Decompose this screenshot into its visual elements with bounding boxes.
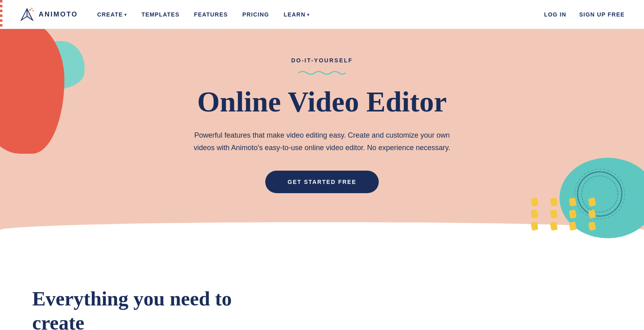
yellow-dot xyxy=(530,198,538,206)
yellow-dot xyxy=(588,198,596,206)
left-border-accent xyxy=(0,0,2,29)
navbar: ANIMOTO CREATE ▾ TEMPLATES FEATURES PRIC… xyxy=(0,0,644,29)
yellow-dot xyxy=(550,210,557,219)
nav-item-templates[interactable]: TEMPLATES xyxy=(141,11,180,18)
logo-icon xyxy=(19,7,35,22)
svg-point-6 xyxy=(31,7,31,8)
hero-content: DO-IT-YOURSELF Online Video Editor Power… xyxy=(149,57,495,193)
chevron-down-icon: ▾ xyxy=(124,12,127,17)
nav-right: LOG IN SIGN UP FREE xyxy=(544,11,625,18)
svg-point-4 xyxy=(31,8,33,9)
yellow-dot xyxy=(569,222,576,231)
chevron-down-icon-learn: ▾ xyxy=(307,12,310,17)
nav-item-pricing[interactable]: PRICING xyxy=(242,11,269,18)
svg-point-3 xyxy=(29,9,31,10)
signup-button[interactable]: SIGN UP FREE xyxy=(579,11,625,18)
nav-item-learn[interactable]: LEARN ▾ xyxy=(284,11,310,18)
lower-section: Everything you need to create stunning v… xyxy=(0,254,644,330)
login-button[interactable]: LOG IN xyxy=(544,11,566,18)
yellow-dot xyxy=(569,210,576,219)
yellow-dot xyxy=(569,198,576,206)
yellow-dot xyxy=(530,222,538,231)
yellow-dot xyxy=(550,198,557,206)
nav-left: CREATE ▾ TEMPLATES FEATURES PRICING LEAR… xyxy=(97,11,544,18)
hero-description: Powerful features that make video editin… xyxy=(185,129,459,154)
squiggle-decoration xyxy=(298,69,346,76)
hero-section: DO-IT-YOURSELF Online Video Editor Power… xyxy=(0,29,644,254)
yellow-dot xyxy=(588,210,596,219)
logo-text: ANIMOTO xyxy=(39,10,78,19)
yellow-dots-decoration xyxy=(531,198,604,230)
yellow-dot xyxy=(530,210,538,219)
logo[interactable]: ANIMOTO xyxy=(19,7,78,22)
lower-section-title: Everything you need to create stunning v… xyxy=(32,287,274,330)
hero-eyebrow: DO-IT-YOURSELF xyxy=(165,57,479,64)
hero-title: Online Video Editor xyxy=(165,86,479,118)
svg-point-5 xyxy=(33,10,34,11)
nav-item-features[interactable]: FEATURES xyxy=(194,11,228,18)
nav-item-create[interactable]: CREATE ▾ xyxy=(97,11,127,18)
yellow-dot xyxy=(550,222,557,231)
red-blob-left xyxy=(0,29,64,154)
cta-button[interactable]: GET STARTED FREE xyxy=(265,171,379,193)
yellow-dot xyxy=(588,222,596,231)
